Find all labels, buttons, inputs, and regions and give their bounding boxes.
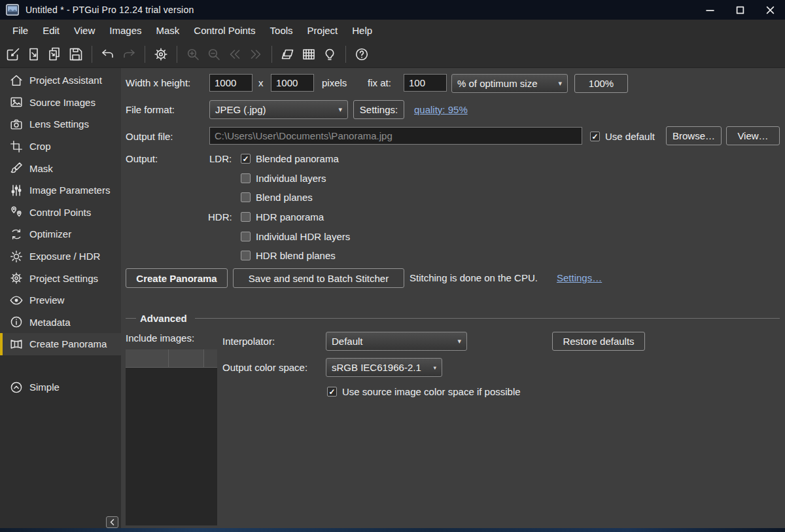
- checkbox-box[interactable]: [241, 192, 251, 202]
- fix-at-label: fix at:: [368, 77, 391, 88]
- sidebar-item-project-settings[interactable]: Project Settings: [0, 267, 121, 289]
- sidebar-collapse-button[interactable]: [106, 516, 118, 528]
- quality-link[interactable]: quality: 95%: [414, 104, 468, 115]
- browse-button[interactable]: Browse…: [666, 126, 722, 145]
- info-icon: [9, 315, 24, 329]
- sliders-icon: [9, 183, 24, 198]
- batch-stitcher-button[interactable]: Save and send to Batch Stitcher: [233, 268, 404, 288]
- size-x-separator: x: [258, 77, 264, 88]
- menu-edit[interactable]: Edit: [35, 20, 67, 41]
- individual-hdr-layers-checkbox[interactable]: Individual HDR layers: [241, 231, 350, 242]
- sidebar-item-crop[interactable]: Crop: [0, 135, 121, 158]
- gpu-settings-link[interactable]: Settings…: [557, 272, 602, 283]
- window-title: Untitled * - PTGui Pro 12.24 trial versi…: [26, 5, 194, 15]
- file-format-select[interactable]: JPEG (.jpg)▾: [209, 100, 348, 119]
- use-default-checkbox[interactable]: Use default: [590, 131, 655, 142]
- previous-image-icon: [224, 44, 245, 65]
- toolbar: [0, 41, 785, 68]
- format-settings-button[interactable]: Settings:: [353, 100, 404, 119]
- sidebar-item-control-points[interactable]: Control Points: [0, 202, 121, 224]
- toolbar-separator: [271, 46, 272, 63]
- toolbar-separator: [345, 46, 346, 63]
- panorama-editor-icon[interactable]: [277, 44, 298, 65]
- checkbox-box[interactable]: [590, 132, 600, 141]
- open-copy-icon[interactable]: [44, 44, 65, 65]
- sidebar-item-source-images[interactable]: Source Images: [0, 92, 121, 114]
- undo-icon[interactable]: [97, 44, 118, 65]
- open-project-icon[interactable]: [24, 44, 44, 65]
- detail-viewer-grid-icon[interactable]: [298, 44, 319, 65]
- ptgui-window: Untitled * - PTGui Pro 12.24 trial versi…: [0, 0, 785, 532]
- menu-file[interactable]: File: [5, 20, 35, 41]
- fix-value-input[interactable]: [404, 74, 447, 92]
- menu-help[interactable]: Help: [345, 20, 379, 41]
- menubar: File Edit View Images Mask Control Point…: [0, 20, 785, 41]
- sidebar-item-exposure-hdr[interactable]: Exposure / HDR: [0, 245, 121, 268]
- assistant-bulb-icon[interactable]: [319, 44, 340, 65]
- close-button[interactable]: [755, 0, 785, 20]
- blended-panorama-checkbox[interactable]: Blended panorama: [241, 153, 339, 164]
- refresh-icon: [9, 227, 24, 241]
- chevron-left-icon: [109, 518, 116, 526]
- include-images-table[interactable]: [126, 349, 217, 525]
- hdr-blend-planes-checkbox[interactable]: HDR blend planes: [241, 250, 336, 261]
- colorspace-label: Output color space:: [222, 362, 307, 373]
- menu-images[interactable]: Images: [102, 20, 148, 41]
- sidebar-item-optimizer[interactable]: Optimizer: [0, 223, 121, 245]
- colorspace-select[interactable]: sRGB IEC61966-2.1▾: [326, 358, 442, 377]
- menu-view[interactable]: View: [67, 20, 102, 41]
- global-settings-gear-icon[interactable]: [150, 44, 171, 65]
- hdr-panorama-checkbox[interactable]: HDR panorama: [241, 211, 324, 222]
- blend-planes-checkbox[interactable]: Blend planes: [241, 192, 313, 203]
- sidebar-item-lens-settings[interactable]: Lens Settings: [0, 113, 121, 135]
- menu-control-points[interactable]: Control Points: [186, 20, 262, 41]
- gear-icon: [9, 271, 24, 285]
- redo-icon: [118, 44, 139, 65]
- fix-unit-select[interactable]: % of optimum size▾: [451, 74, 568, 93]
- output-file-input[interactable]: [209, 127, 582, 145]
- sidebar-item-metadata[interactable]: Metadata: [0, 311, 121, 334]
- chevron-down-icon: ▾: [558, 79, 562, 88]
- sidebar-item-preview[interactable]: Preview: [0, 289, 121, 311]
- individual-layers-checkbox[interactable]: Individual layers: [241, 173, 326, 184]
- checkbox-box[interactable]: [327, 387, 337, 397]
- circle-chevron-up-icon: [9, 380, 24, 395]
- restore-defaults-button[interactable]: Restore defaults: [552, 332, 645, 351]
- bottom-accent-bar: [0, 528, 785, 532]
- file-format-label: File format:: [126, 104, 175, 115]
- create-panorama-button[interactable]: Create Panorama: [126, 268, 228, 288]
- map-pins-icon: [9, 205, 24, 219]
- brush-icon: [9, 161, 24, 175]
- save-icon[interactable]: [65, 44, 86, 65]
- zoom-out-icon: [203, 44, 224, 65]
- height-input[interactable]: [271, 74, 314, 92]
- interpolator-select[interactable]: Default▾: [326, 332, 467, 351]
- checkbox-box[interactable]: [241, 173, 251, 183]
- checkbox-box[interactable]: [241, 232, 251, 241]
- sidebar-item-project-assistant[interactable]: Project Assistant: [0, 69, 121, 92]
- help-icon[interactable]: [351, 44, 372, 65]
- checkbox-box[interactable]: [241, 251, 251, 260]
- eye-icon: [9, 293, 24, 308]
- sidebar-item-simple[interactable]: Simple: [0, 376, 121, 399]
- set-optimum-size-button[interactable]: 100%: [574, 74, 628, 93]
- checkbox-box[interactable]: [241, 154, 251, 164]
- menu-project[interactable]: Project: [300, 20, 345, 41]
- image-icon: [9, 95, 24, 109]
- pixels-label: pixels: [322, 77, 347, 88]
- sidebar-item-create-panorama[interactable]: Create Panorama: [0, 333, 121, 355]
- cpu-status-text: Stitching is done on the CPU.: [410, 272, 538, 283]
- menu-mask[interactable]: Mask: [148, 20, 186, 41]
- checkbox-box[interactable]: [241, 212, 251, 222]
- maximize-button[interactable]: [725, 0, 755, 20]
- sidebar-item-image-parameters[interactable]: Image Parameters: [0, 179, 121, 202]
- minimize-button[interactable]: [695, 0, 725, 20]
- app-icon: [6, 4, 19, 16]
- source-colorspace-checkbox[interactable]: Use source image color space if possible: [327, 386, 521, 397]
- new-project-icon[interactable]: [3, 44, 24, 65]
- width-input[interactable]: [209, 74, 253, 92]
- view-button[interactable]: View…: [726, 126, 780, 145]
- sidebar-item-mask[interactable]: Mask: [0, 157, 121, 179]
- include-images-header: [126, 349, 217, 368]
- menu-tools[interactable]: Tools: [263, 20, 300, 41]
